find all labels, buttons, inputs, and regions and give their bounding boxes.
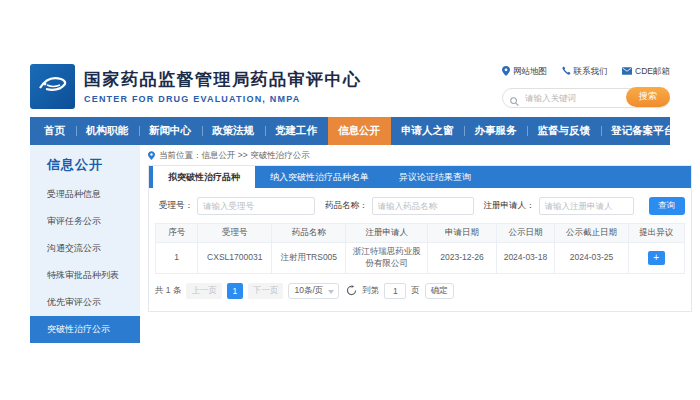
query-button[interactable]: 查询 — [649, 197, 685, 215]
nav-item-policy[interactable]: 政策法规 — [202, 117, 265, 145]
next-page-button[interactable]: 下一页 — [248, 283, 284, 299]
cell-acceptance-no: CXSL1700031 — [198, 243, 272, 274]
goto-page-input[interactable] — [384, 283, 406, 299]
nav-item-supervision[interactable]: 监督与反馈 — [527, 117, 601, 145]
filter-row: 受理号： 药品名称： 注册申请人： 查询 — [149, 188, 691, 223]
cell-raise-objection: + — [628, 243, 684, 274]
cell-publicity-deadline: 2024-03-25 — [554, 243, 628, 274]
applicant-input[interactable] — [539, 197, 634, 215]
cde-mail-link[interactable]: CDE邮箱 — [622, 66, 670, 78]
col-applicant: 注册申请人 — [346, 224, 428, 243]
page-size-label: 10条/页 — [294, 285, 323, 297]
logo-swan-icon — [35, 66, 71, 106]
cell-applicant: 浙江特瑞思药业股份有限公司 — [346, 243, 428, 274]
cell-drug-name: 注射用TRS005 — [272, 243, 346, 274]
cell-publicity-date: 2024-03-18 — [496, 243, 554, 274]
cell-apply-date: 2023-12-26 — [428, 243, 497, 274]
location-pin-icon — [148, 151, 155, 162]
tab-proposed-breakthrough[interactable]: 拟突破性治疗品种 — [153, 166, 255, 188]
table-header-row: 序号 受理号 药品名称 注册申请人 申请日期 公示日期 公示截止日期 提出异议 — [156, 224, 685, 243]
drug-name-input[interactable] — [372, 197, 474, 215]
col-apply-date: 申请日期 — [428, 224, 497, 243]
col-seq: 序号 — [156, 224, 198, 243]
nav-item-home[interactable]: 首页 — [30, 117, 76, 145]
nav-item-registration-platform[interactable]: 登记备案平台 — [601, 117, 685, 145]
nav-item-news[interactable]: 新闻中心 — [139, 117, 202, 145]
results-table-wrap: 序号 受理号 药品名称 注册申请人 申请日期 公示日期 公示截止日期 提出异议 — [155, 223, 685, 274]
sidebar-item-breakthrough-therapy[interactable]: 突破性治疗公示 — [30, 316, 140, 343]
location-pin-icon — [502, 66, 510, 78]
page-size-select[interactable]: 10条/页 — [288, 283, 339, 299]
pagination: 共 1 条 上一页 1 下一页 10条/页 到第 页 确定 — [155, 283, 685, 299]
col-publicity-date: 公示日期 — [496, 224, 554, 243]
site-title: 国家药品监督管理局药品审评中心 — [84, 68, 362, 91]
content-card: 拟突破性治疗品种 纳入突破性治疗品种名单 异议论证结果查询 受理号： 药品名称：… — [148, 165, 692, 312]
plus-icon[interactable]: + — [648, 251, 665, 265]
nav-item-functions[interactable]: 机构职能 — [76, 117, 139, 145]
sidebar: 信息公开 受理品种信息 审评任务公示 沟通交流公示 特殊审批品种列表 优先审评公… — [30, 145, 140, 343]
search-box: 搜索 — [502, 87, 670, 107]
sidebar-item-special-approval[interactable]: 特殊审批品种列表 — [30, 262, 140, 289]
tab-bar: 拟突破性治疗品种 纳入突破性治疗品种名单 异议论证结果查询 — [149, 166, 691, 188]
nav-item-info-disclosure[interactable]: 信息公开 — [328, 117, 391, 145]
cde-logo — [30, 64, 75, 109]
sitemap-link[interactable]: 网站地图 — [502, 66, 547, 78]
quick-links: 网站地图 联系我们 CDE邮箱 — [502, 66, 670, 78]
phone-icon — [562, 66, 571, 77]
applicant-label: 注册申请人： — [484, 200, 535, 212]
nav-item-services[interactable]: 办事服务 — [464, 117, 527, 145]
confirm-button[interactable]: 确定 — [425, 283, 454, 299]
total-count: 共 1 条 — [155, 285, 181, 297]
col-drug-name: 药品名称 — [272, 224, 346, 243]
content-area: 信息公开 受理品种信息 审评任务公示 沟通交流公示 特殊审批品种列表 优先审评公… — [30, 145, 670, 343]
sitemap-link-label: 网站地图 — [513, 66, 547, 78]
nav-item-party[interactable]: 党建工作 — [265, 117, 328, 145]
contact-link[interactable]: 联系我们 — [562, 66, 608, 78]
envelope-icon — [622, 67, 632, 77]
brand-text: 国家药品监督管理局药品审评中心 CENTER FOR DRUG EVALUATI… — [84, 68, 362, 104]
contact-link-label: 联系我们 — [574, 66, 608, 78]
results-table: 序号 受理号 药品名称 注册申请人 申请日期 公示日期 公示截止日期 提出异议 — [155, 223, 685, 274]
sidebar-item-priority-review[interactable]: 优先审评公示 — [30, 289, 140, 316]
main-panel: 当前位置：信息公开 >> 突破性治疗公示 拟突破性治疗品种 纳入突破性治疗品种名… — [148, 145, 700, 343]
goto-label: 到第 — [362, 285, 379, 297]
breadcrumb: 当前位置：信息公开 >> 突破性治疗公示 — [148, 147, 692, 165]
main-nav: 首页 机构职能 新闻中心 政策法规 党建工作 信息公开 申请人之窗 办事服务 监… — [30, 117, 670, 145]
sidebar-item-review-tasks[interactable]: 审评任务公示 — [30, 208, 140, 235]
caret-down-icon — [328, 290, 334, 294]
tab-included-breakthrough-list[interactable]: 纳入突破性治疗品种名单 — [255, 166, 384, 188]
page-number-button[interactable]: 1 — [227, 283, 243, 299]
refresh-icon[interactable] — [346, 285, 357, 296]
col-acceptance-no: 受理号 — [198, 224, 272, 243]
cell-seq: 1 — [156, 243, 198, 274]
search-icon — [510, 92, 519, 110]
table-row: 1 CXSL1700031 注射用TRS005 浙江特瑞思药业股份有限公司 20… — [156, 243, 685, 274]
col-publicity-deadline: 公示截止日期 — [554, 224, 628, 243]
goto-unit: 页 — [411, 285, 420, 297]
prev-page-button[interactable]: 上一页 — [186, 283, 222, 299]
search-button[interactable]: 搜索 — [626, 87, 670, 107]
page: 国家药品监督管理局药品审评中心 CENTER FOR DRUG EVALUATI… — [30, 55, 670, 343]
acceptance-no-input[interactable] — [197, 197, 315, 215]
sidebar-title: 信息公开 — [30, 156, 140, 174]
cde-mail-link-label: CDE邮箱 — [635, 66, 670, 78]
site-subtitle: CENTER FOR DRUG EVALUATION, NMPA — [84, 94, 362, 104]
nav-item-applicant-window[interactable]: 申请人之窗 — [391, 117, 465, 145]
site-header: 国家药品监督管理局药品审评中心 CENTER FOR DRUG EVALUATI… — [30, 55, 670, 117]
acceptance-no-label: 受理号： — [159, 200, 193, 212]
sidebar-item-accepted-varieties[interactable]: 受理品种信息 — [30, 181, 140, 208]
header-right: 网站地图 联系我们 CDE邮箱 搜索 — [502, 66, 670, 107]
drug-name-label: 药品名称： — [325, 200, 368, 212]
col-raise-objection: 提出异议 — [628, 224, 684, 243]
sidebar-item-communication[interactable]: 沟通交流公示 — [30, 235, 140, 262]
breadcrumb-text: 当前位置：信息公开 >> 突破性治疗公示 — [159, 150, 310, 162]
tab-objection-result-query[interactable]: 异议论证结果查询 — [384, 166, 486, 188]
